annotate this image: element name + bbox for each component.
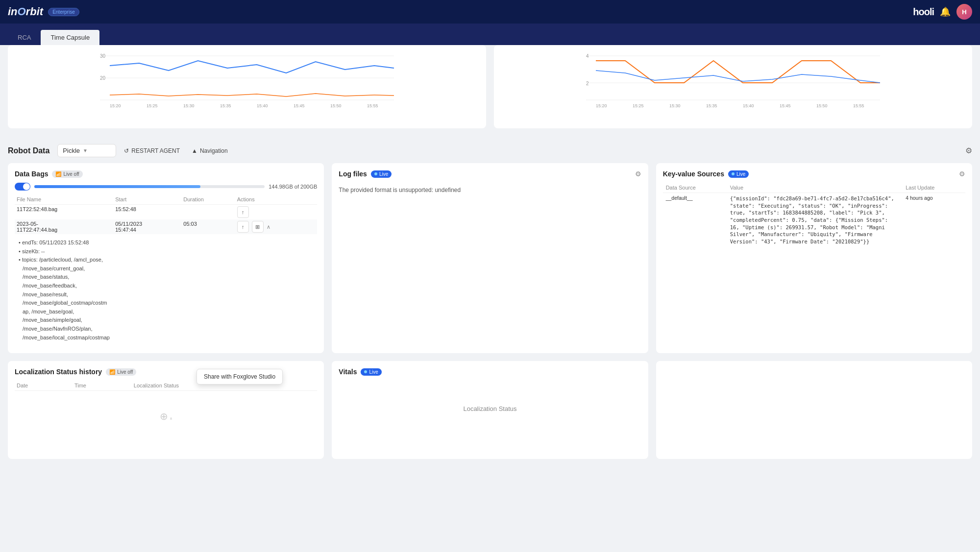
svg-text:15:45: 15:45 xyxy=(294,103,305,108)
svg-text:15:50: 15:50 xyxy=(816,103,828,108)
collapse-icon[interactable]: ∧ xyxy=(267,224,270,230)
right-chart-card: 4 2 15:20 15:25 15:30 15:35 15:40 15:45 … xyxy=(494,45,972,128)
svg-text:15:40: 15:40 xyxy=(743,103,754,108)
svg-text:15:55: 15:55 xyxy=(853,103,864,108)
progress-bar xyxy=(34,185,265,188)
live-dot-icon xyxy=(374,172,377,175)
file-duration: 05:03 xyxy=(181,219,235,234)
svg-text:15:20: 15:20 xyxy=(110,103,121,108)
data-bags-title: Data Bags 📶 Live off xyxy=(15,170,83,178)
svg-text:15:30: 15:30 xyxy=(669,103,681,108)
live-toggle[interactable] xyxy=(15,183,30,191)
log-files-header: Log files Live ⚙ xyxy=(339,170,641,178)
topics-list: /move_base/current_goal, /move_base/stat… xyxy=(23,264,313,342)
nav-left: inOrbit Enterprise xyxy=(8,5,79,18)
left-chart-card: 30 20 15:20 15:25 15:30 15:35 15:40 15:4… xyxy=(8,45,486,128)
svg-text:15:25: 15:25 xyxy=(147,103,158,108)
navigation-button[interactable]: ▲ Navigation xyxy=(188,145,232,156)
file-start: 05/11/202315:47:44 xyxy=(113,219,181,234)
bell-icon[interactable]: 🔔 xyxy=(940,6,951,17)
robot-dropdown[interactable]: Pickle ▼ xyxy=(57,144,116,157)
expanded-details: • endTs: 05/11/2023 15:52:48 • sizeKb: -… xyxy=(17,236,315,345)
kv-live-badge: Live xyxy=(728,170,749,178)
log-gear-icon[interactable]: ⚙ xyxy=(635,170,641,178)
toggle-row: 144.98GB of 200GB xyxy=(15,183,317,191)
vitals-live-dot-icon xyxy=(364,370,367,373)
svg-text:2: 2 xyxy=(586,81,589,86)
tab-time-capsule[interactable]: Time Capsule xyxy=(41,30,99,45)
svg-text:15:40: 15:40 xyxy=(257,103,268,108)
dropdown-value: Pickle xyxy=(63,147,80,154)
file-name: 11T22:52:48.bag xyxy=(15,205,113,220)
loc-col-date: Date xyxy=(15,381,73,391)
file-table: File Name Start Duration Actions 11T22:5… xyxy=(15,194,317,346)
key-value-header: Key-value Sources Live ⚙ xyxy=(663,170,965,178)
end-ts: • endTs: 05/11/2023 15:52:48 xyxy=(19,239,89,247)
loc-live-off-badge: 📶 Live off xyxy=(106,368,136,376)
right-chart-svg: 4 2 15:20 15:25 15:30 15:35 15:40 15:45 … xyxy=(500,51,966,110)
tab-rca[interactable]: RCA xyxy=(8,30,41,45)
col-filename: File Name xyxy=(15,194,113,205)
kv-col-source: Data Source xyxy=(663,183,727,193)
data-grid: Data Bags 📶 Live off 144.98GB of 200GB xyxy=(0,163,980,361)
toolbar: Pickle ▼ ↺ RESTART AGENT ▲ Navigation xyxy=(57,144,231,157)
share-foxglove-icon[interactable]: ⊞ xyxy=(252,221,264,233)
robot-data-title: Robot Data xyxy=(8,146,49,155)
crosshair-area: ⊕ ₈ xyxy=(15,410,317,422)
kv-source-cell: __default__ xyxy=(663,193,727,247)
section-header: Robot Data Pickle ▼ ↺ RESTART AGENT ▲ Na… xyxy=(8,144,972,157)
data-bags-header: Data Bags 📶 Live off xyxy=(15,170,317,178)
svg-text:30: 30 xyxy=(100,53,106,59)
avatar[interactable]: H xyxy=(956,4,972,20)
restart-icon: ↺ xyxy=(124,147,129,154)
table-row: 11T22:52:48.bag 15:52:48 ↑ xyxy=(15,205,317,220)
data-bags-card: Data Bags 📶 Live off 144.98GB of 200GB xyxy=(8,163,324,353)
charts-area: 30 20 15:20 15:25 15:30 15:35 15:40 15:4… xyxy=(0,45,980,136)
svg-text:4: 4 xyxy=(586,53,589,59)
live-off-badge: 📶 Live off xyxy=(52,170,82,178)
top-nav: inOrbit Enterprise hooli 🔔 H xyxy=(0,0,980,24)
kv-col-update: Last Update xyxy=(903,183,965,193)
svg-text:15:45: 15:45 xyxy=(780,103,791,108)
vitals-chart-label: Localization Status xyxy=(339,405,641,412)
section-gear-icon[interactable]: ⚙ xyxy=(965,146,972,155)
robot-data-section: Robot Data Pickle ▼ ↺ RESTART AGENT ▲ Na… xyxy=(0,136,980,157)
vitals-header: Vitals Live xyxy=(339,368,641,376)
upload-action-icon[interactable]: ↑ xyxy=(237,221,249,233)
hooli-logo: hooli xyxy=(913,6,934,18)
expanded-details-row: • endTs: 05/11/2023 15:52:48 • sizeKb: -… xyxy=(15,234,317,346)
svg-text:15:50: 15:50 xyxy=(330,103,342,108)
kv-table-row: __default__ {"missionId": "fdc28a69-be71… xyxy=(663,193,965,247)
chevron-down-icon: ▼ xyxy=(83,148,88,153)
kv-scroll-area[interactable]: Data Source Value Last Update __default_… xyxy=(663,183,965,247)
live-badge: Live xyxy=(371,170,392,178)
bottom-grid: Localization Status history 📶 Live off D… xyxy=(0,361,980,467)
col-start: Start xyxy=(113,194,181,205)
upload-icon[interactable]: ↑ xyxy=(237,206,249,218)
kv-col-value: Value xyxy=(727,183,903,193)
col-duration: Duration xyxy=(181,194,235,205)
localization-title: Localization Status history 📶 Live off xyxy=(15,368,136,376)
empty-card xyxy=(656,361,972,459)
kv-value-cell: {"missionId": "fdc28a69-be71-4fc7-a5d2-8… xyxy=(727,193,903,247)
log-error-message: The provided format is unsupported: unde… xyxy=(339,183,641,197)
svg-text:15:25: 15:25 xyxy=(633,103,644,108)
wifi-off-icon: 📶 xyxy=(55,171,61,177)
svg-text:15:20: 15:20 xyxy=(596,103,607,108)
nav-right: hooli 🔔 H xyxy=(913,4,972,20)
key-value-title: Key-value Sources Live xyxy=(663,170,749,178)
progress-fill xyxy=(34,185,200,188)
svg-text:15:55: 15:55 xyxy=(367,103,378,108)
restart-agent-button[interactable]: ↺ RESTART AGENT xyxy=(120,145,184,156)
file-name: 2023-05-11T22:47:44.bag xyxy=(15,219,113,234)
kv-gear-icon[interactable]: ⚙ xyxy=(959,170,965,178)
table-row: 2023-05-11T22:47:44.bag 05/11/202315:47:… xyxy=(15,219,317,234)
file-actions: ↑ xyxy=(235,205,318,220)
size-kb: • sizeKb: -- xyxy=(19,247,45,256)
foxglove-tooltip: Share with Foxglove Studio xyxy=(196,369,283,384)
file-start: 15:52:48 xyxy=(113,205,181,220)
kv-live-dot-icon xyxy=(732,172,735,175)
vitals-title: Vitals Live xyxy=(339,368,381,376)
file-actions: ↑ ⊞ ∧ xyxy=(235,219,318,234)
progress-text: 144.98GB of 200GB xyxy=(269,184,317,190)
